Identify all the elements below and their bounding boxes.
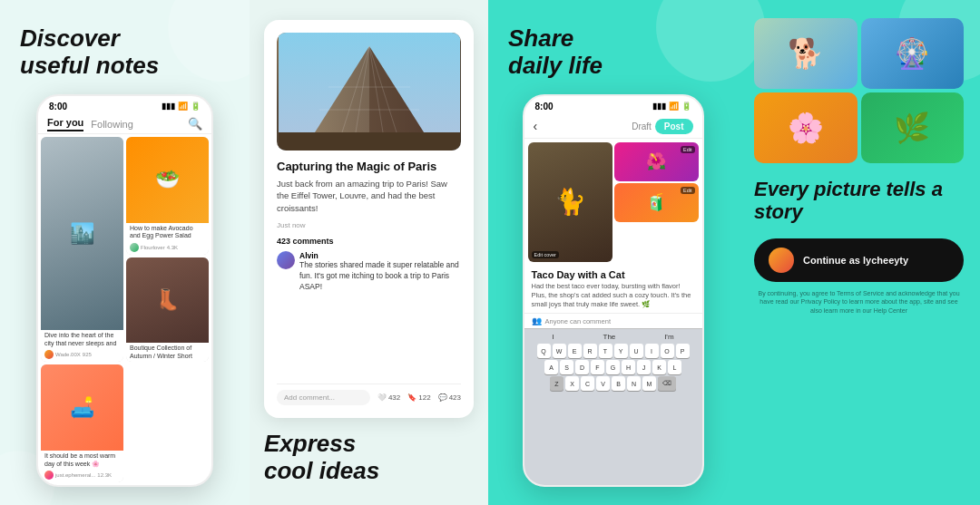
post-button[interactable]: Post xyxy=(655,119,693,134)
key-u[interactable]: U xyxy=(630,344,643,358)
feed-card-boot[interactable]: 👢 Boutique Collection of Autumn / Winter… xyxy=(126,257,209,363)
key-delete[interactable]: ⌫ xyxy=(658,376,676,391)
edit-cover-button[interactable]: Edit cover xyxy=(532,251,559,258)
comment-icon: 💬 xyxy=(438,393,447,402)
compose-image-main[interactable]: 🐈 Edit cover xyxy=(528,142,612,262)
city-image: 🏙️ xyxy=(41,137,123,331)
add-comment-input[interactable]: Add comment... xyxy=(277,390,370,405)
likes: 925 xyxy=(83,352,92,357)
actions-bar: Add comment... 🤍 432 🔖 122 💬 423 xyxy=(277,384,461,405)
compose-header: ‹ Draft Post xyxy=(524,115,702,139)
key-n[interactable]: N xyxy=(627,376,641,391)
signal-icon: ▮▮▮ xyxy=(652,102,666,111)
key-y[interactable]: Y xyxy=(614,344,628,358)
back-button[interactable]: ‹ xyxy=(534,119,538,133)
feed-grid: 🏙️ Dive into the heart of the city that … xyxy=(38,134,211,485)
comment-count: 423 xyxy=(449,393,461,402)
bookmark-button[interactable]: 🔖 122 xyxy=(407,393,430,402)
comments-count: 423 comments xyxy=(277,237,461,246)
compose-image-3[interactable]: 🧃 Edit xyxy=(614,183,699,222)
key-f[interactable]: F xyxy=(591,360,604,374)
time-share: 8:00 xyxy=(535,102,554,112)
key-z[interactable]: Z xyxy=(550,376,564,391)
username: Flourlover xyxy=(141,245,165,250)
tab-foryou[interactable]: For you xyxy=(47,117,83,131)
key-b[interactable]: B xyxy=(612,376,625,391)
key-t[interactable]: T xyxy=(599,344,612,358)
keyboard-suggestions: I The I'm xyxy=(528,333,699,341)
edit-button-3[interactable]: Edit xyxy=(681,187,694,194)
key-o[interactable]: O xyxy=(661,344,674,358)
tab-following[interactable]: Following xyxy=(91,119,132,130)
note-card: Capturing the Magic of Paris Just back f… xyxy=(264,20,474,418)
username: Wade.00X xyxy=(55,352,81,357)
continue-button[interactable]: Continue as lycheeyty xyxy=(754,238,964,282)
suggestion-3[interactable]: I'm xyxy=(664,333,673,341)
discover-title: Discoveruseful notes xyxy=(20,25,230,80)
key-c[interactable]: C xyxy=(581,376,594,391)
username: just.ephemeral... xyxy=(55,472,95,478)
card-label: It should be a most warm day of this wee… xyxy=(41,451,123,470)
suggestion-1[interactable]: I xyxy=(552,333,554,341)
avatar xyxy=(130,243,139,252)
compose-title: Taco Day with a Cat xyxy=(524,266,702,282)
key-g[interactable]: G xyxy=(606,360,620,374)
compose-images: 🐈 Edit cover 🌺 Edit 🧃 Edit xyxy=(524,139,702,266)
salad-image: 🥗 xyxy=(126,137,209,223)
panel-discover: Discoveruseful notes 8:00 ▮▮▮ 📶 🔋 For yo… xyxy=(0,0,250,505)
feed-card-salad[interactable]: 🥗 How to make Avocado and Egg Power Sala… xyxy=(126,137,209,255)
card-meta: Flourlover 4.3K xyxy=(126,242,209,255)
battery-icon: 🔋 xyxy=(681,102,691,111)
key-x[interactable]: X xyxy=(565,376,579,391)
status-icons: ▮▮▮ 📶 🔋 xyxy=(162,102,201,111)
key-s[interactable]: S xyxy=(560,360,573,374)
search-icon[interactable]: 🔍 xyxy=(188,117,202,131)
link-image-2: 🎡 xyxy=(861,18,965,89)
key-j[interactable]: J xyxy=(637,360,651,374)
key-v[interactable]: V xyxy=(596,376,610,391)
status-icons-share: ▮▮▮ 📶 🔋 xyxy=(652,102,691,111)
key-p[interactable]: P xyxy=(676,344,690,358)
key-d[interactable]: D xyxy=(575,360,589,374)
share-title: Sharedaily life xyxy=(508,25,718,80)
comment-button[interactable]: 💬 423 xyxy=(438,393,461,402)
edit-button-2[interactable]: Edit xyxy=(681,146,694,153)
key-r[interactable]: R xyxy=(583,344,597,358)
link-image-4: 🌿 xyxy=(861,92,965,163)
paris-image xyxy=(277,33,461,151)
key-h[interactable]: H xyxy=(622,360,635,374)
feed-card-room[interactable]: 🛋️ It should be a most warm day of this … xyxy=(41,364,123,482)
compose-image-2[interactable]: 🌺 Edit xyxy=(614,142,699,181)
svg-rect-9 xyxy=(279,132,460,151)
express-title: Expresscool ideas xyxy=(264,431,474,485)
time: 8:00 xyxy=(49,102,67,112)
key-e[interactable]: E xyxy=(568,344,582,358)
key-k[interactable]: K xyxy=(652,360,666,374)
keyboard-row-2: A S D F G H J K L xyxy=(528,360,699,374)
comment-setting-label: Anyone can comment xyxy=(545,317,612,325)
key-q[interactable]: Q xyxy=(537,344,551,358)
keyboard-row-3: Z X C V B N M ⌫ xyxy=(528,376,699,391)
key-a[interactable]: A xyxy=(544,360,558,374)
link-images: 🐕 🎡 🌸 🌿 xyxy=(754,18,964,163)
draft-post-buttons: Draft Post xyxy=(632,119,692,134)
key-i[interactable]: I xyxy=(645,344,659,358)
like-button[interactable]: 🤍 432 xyxy=(377,393,400,402)
card-label: Boutique Collection of Autumn / Winter S… xyxy=(126,343,209,362)
bookmark-icon: 🔖 xyxy=(407,393,416,402)
commenter-avatar xyxy=(277,251,295,269)
feed-card-city[interactable]: 🏙️ Dive into the heart of the city that … xyxy=(41,137,123,362)
comment-content: Alvin The stories shared made it super r… xyxy=(299,251,461,293)
suggestion-2[interactable]: The xyxy=(603,333,616,341)
key-m[interactable]: M xyxy=(642,376,656,391)
draft-button[interactable]: Draft xyxy=(632,121,652,131)
avatar xyxy=(44,350,54,359)
keyboard: I The I'm Q W E R T Y U I O P A S D F xyxy=(524,328,702,485)
keyboard-row-1: Q W E R T Y U I O P xyxy=(528,344,699,358)
comment-setting-icon: 👥 xyxy=(532,316,542,325)
key-w[interactable]: W xyxy=(553,344,566,358)
phone-share: 8:00 ▮▮▮ 📶 🔋 ‹ Draft Post 🐈 Edit cover xyxy=(523,94,704,487)
key-l[interactable]: L xyxy=(668,360,681,374)
comment-setting[interactable]: 👥 Anyone can comment xyxy=(524,313,702,328)
heart-icon: 🤍 xyxy=(377,393,387,402)
